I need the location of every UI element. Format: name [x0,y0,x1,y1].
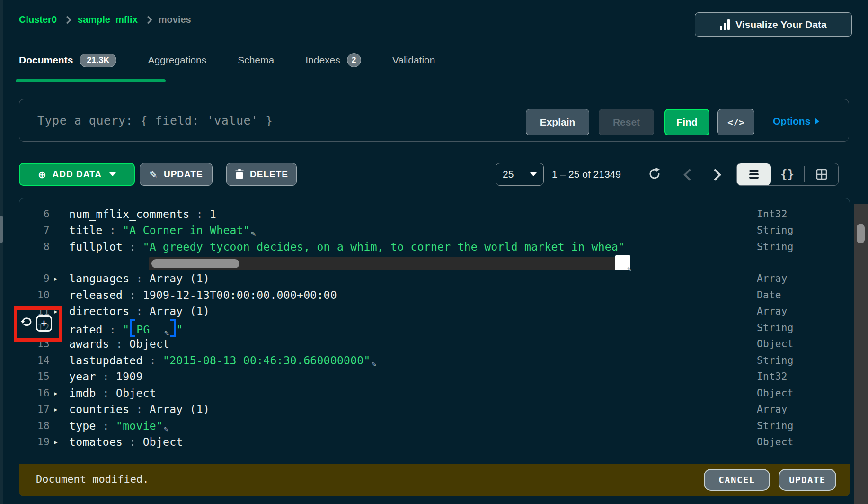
field-value[interactable]: 1 [210,208,216,220]
bson-type-label[interactable]: Object [757,436,794,448]
document-vertical-scrollbar[interactable] [854,204,868,504]
cancel-button[interactable]: CANCEL [704,469,770,491]
visualize-your-data-button[interactable]: Visualize Your Data [695,12,852,37]
vertical-scrollbar-thumb[interactable] [857,224,865,243]
pencil-icon[interactable]: ✎ [251,229,256,238]
reset-button[interactable]: Reset [599,109,654,135]
list-view-icon [749,169,759,180]
tab-validation[interactable]: Validation [392,54,435,66]
bson-type-label[interactable]: Date [757,289,781,301]
delete-button[interactable]: DELETE [226,163,297,186]
document-row-released: 10released : 1909-12-13T00:00:00.000+00:… [19,287,850,303]
bson-type-label[interactable]: String [757,322,794,333]
field-name[interactable]: rated [69,324,103,336]
prev-page-button[interactable] [683,169,695,180]
bson-type-label[interactable]: Array [757,404,788,415]
line-number: 17 [19,404,50,415]
tab-documents[interactable]: Documents21.3K [19,54,116,67]
field-value[interactable]: "2015-08-13 00:46:30.660000000" [163,354,371,367]
field-name[interactable]: year [69,370,96,383]
bson-type-label[interactable]: Array [757,273,788,284]
explain-button[interactable]: Explain [526,109,589,135]
field-value[interactable]: "A greedy tycoon decides, on a whim, to … [143,241,625,253]
field-name[interactable]: num_mflix_comments [69,208,190,220]
bson-type-label[interactable]: Object [757,338,794,350]
tab-aggregations[interactable]: Aggregations [148,54,206,66]
field-value[interactable]: Array (1) [150,403,210,415]
pencil-icon[interactable]: ✎ [164,424,169,434]
field-value[interactable]: Object [116,387,156,399]
field-name[interactable]: title [69,224,103,236]
value-horizontal-scrollbar[interactable] [149,257,629,270]
line-number: 15 [19,371,50,382]
tab-indexes[interactable]: Indexes2 [305,53,361,67]
add-data-button[interactable]: ⊕ ADD DATA [19,163,135,186]
bson-type-label[interactable]: String [757,241,794,252]
page-size-select[interactable]: 25 [496,163,544,186]
refresh-button[interactable] [647,167,662,183]
field-value[interactable]: "movie" [116,420,163,432]
bson-type-label[interactable]: Array [757,306,788,317]
document-row-rated: 12rated : "PG ✎"String [19,319,850,336]
horizontal-scrollbar-thumb[interactable] [151,259,239,268]
row-content: num_mflix_comments : 1 [69,208,216,220]
field-name[interactable]: released [69,289,123,301]
collapsed-sidebar-strip [0,0,3,504]
breadcrumb-cluster[interactable]: Cluster0 [19,14,57,25]
update-button[interactable]: ✎ UPDATE [140,163,213,186]
bson-type-label[interactable]: Object [757,387,794,399]
update-document-button[interactable]: UPDATE [779,469,836,491]
key-value-separator: : [129,272,149,285]
field-name[interactable]: awards [69,338,109,350]
next-page-button[interactable] [709,169,721,180]
expand-caret-icon[interactable]: ▸ [53,405,65,414]
code-view-toggle-button[interactable]: </> [717,109,754,135]
bson-type-label[interactable]: String [757,225,794,236]
table-view-button[interactable] [805,163,838,185]
open-quote: " [123,324,129,336]
bson-type-label[interactable]: String [757,355,794,366]
expand-caret-icon[interactable]: ▸ [53,274,65,283]
field-name[interactable]: lastupdated [69,354,143,367]
field-name[interactable]: countries [69,403,129,415]
tab-schema[interactable]: Schema [238,54,274,66]
breadcrumb-chevron-icon [144,16,152,24]
line-number: 6 [19,208,50,220]
field-value[interactable]: 1909 [116,370,143,383]
field-name[interactable]: tomatoes [69,436,123,448]
field-value[interactable]: Array (1) [150,272,210,285]
field-name[interactable]: directors [69,305,129,317]
pencil-icon[interactable]: ✎ [372,359,377,369]
bson-type-label[interactable]: Int32 [757,371,788,382]
key-value-separator: : [109,338,129,350]
field-value[interactable]: 1909-12-13T00:00:00.000+00:00 [143,289,337,301]
field-value[interactable]: Object [129,338,169,350]
field-value-editing[interactable]: PG [136,324,163,336]
field-value[interactable]: "A Corner in Wheat" [123,224,250,236]
field-name[interactable]: type [69,420,96,432]
expand-caret-icon[interactable]: ▸ [53,306,65,316]
breadcrumb-database[interactable]: sample_mflix [78,14,138,25]
undo-icon [20,316,33,327]
add-field-button[interactable]: + [36,315,52,332]
revert-change-button[interactable] [20,316,33,329]
row-content: tomatoes : Object [69,436,183,448]
json-view-button[interactable]: {} [771,163,804,185]
bar-chart-icon [720,19,730,30]
expand-caret-icon[interactable]: ▸ [53,388,65,398]
key-value-separator: : [143,354,163,367]
field-name[interactable]: fullplot [69,241,123,253]
field-value[interactable]: Object [143,436,183,448]
edit-cursor-right-bracket [170,319,176,337]
bson-type-label[interactable]: Int32 [757,208,788,220]
expand-caret-icon[interactable]: ▸ [53,437,65,447]
document-row-tomatoes: 19▸tomatoes : ObjectObject [19,434,850,450]
field-name[interactable]: languages [69,272,129,285]
field-name[interactable]: imdb [69,387,96,399]
list-view-button[interactable] [737,163,771,185]
find-button[interactable]: Find [664,109,709,135]
bson-type-label[interactable]: String [757,420,794,432]
field-value[interactable]: Array (1) [150,305,210,317]
query-options-toggle[interactable]: Options [773,116,819,127]
sidebar-expand-handle[interactable] [0,216,3,243]
